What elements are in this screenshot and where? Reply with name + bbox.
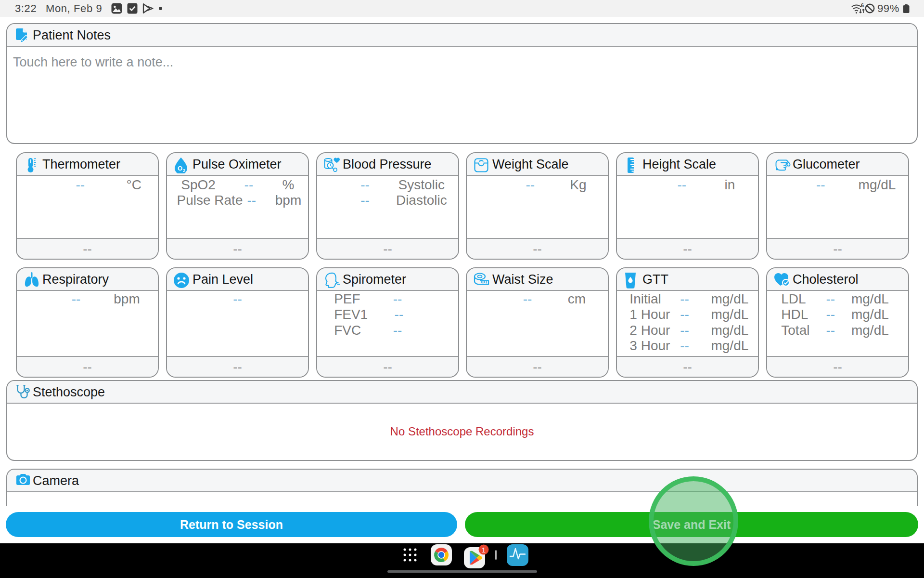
svg-text:2: 2 [183,168,185,173]
svg-text:6: 6 [861,3,864,8]
svg-text:O: O [178,165,182,172]
svg-text:1: 1 [482,546,486,554]
